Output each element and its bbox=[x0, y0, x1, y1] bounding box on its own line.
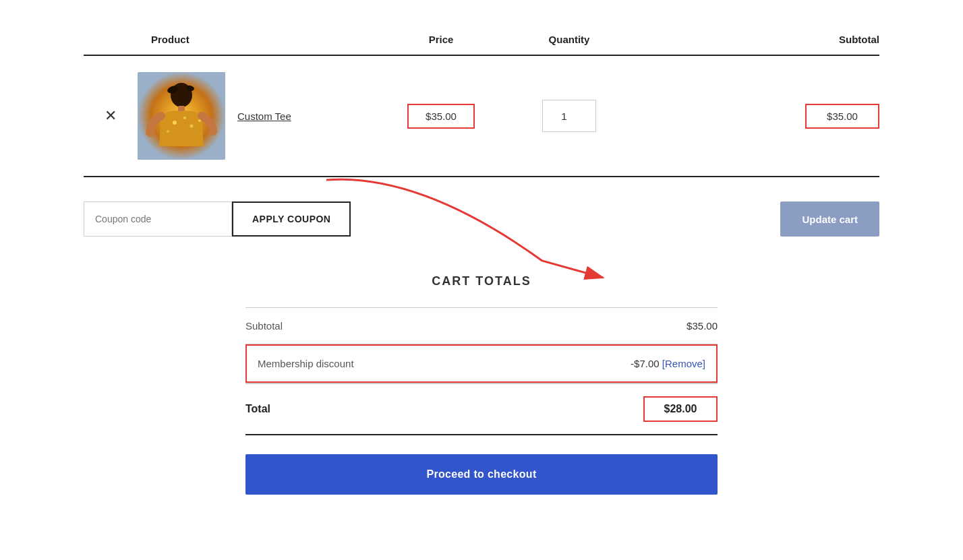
cart-table-header: Product Price Quantity Subtotal bbox=[84, 27, 879, 56]
product-link[interactable]: Custom Tee bbox=[237, 111, 291, 122]
col-subtotal-header: Subtotal bbox=[637, 34, 879, 45]
subtotal-label: Subtotal bbox=[245, 320, 283, 332]
quantity-cell bbox=[502, 100, 637, 132]
coupon-row: Apply coupon Update cart bbox=[84, 177, 879, 261]
col-quantity-header: Quantity bbox=[502, 34, 637, 45]
svg-point-5 bbox=[173, 121, 177, 125]
subtotal-row: Subtotal $35.00 bbox=[245, 307, 718, 344]
cart-totals-section: CART TOTALS Subtotal $35.00 Membership d… bbox=[245, 274, 718, 495]
remove-item-button[interactable]: ✕ bbox=[84, 107, 138, 125]
membership-discount-value: -$7.00 [Remove] bbox=[631, 358, 705, 369]
product-price: $35.00 bbox=[407, 104, 475, 129]
remove-discount-link[interactable]: [Remove] bbox=[662, 358, 705, 369]
cart-totals-title: CART TOTALS bbox=[245, 274, 718, 288]
total-value: $28.00 bbox=[643, 396, 718, 422]
product-image bbox=[138, 72, 225, 160]
coupon-input[interactable] bbox=[84, 201, 232, 237]
product-info: Custom Tee bbox=[138, 72, 380, 160]
svg-point-6 bbox=[183, 117, 186, 119]
quantity-input[interactable] bbox=[542, 100, 596, 132]
col-remove-header bbox=[84, 34, 138, 45]
price-cell: $35.00 bbox=[380, 104, 502, 129]
cart-row: ✕ bbox=[84, 56, 879, 177]
update-cart-button[interactable]: Update cart bbox=[780, 201, 879, 237]
col-price-header: Price bbox=[380, 34, 502, 45]
apply-coupon-button[interactable]: Apply coupon bbox=[232, 201, 351, 237]
svg-point-7 bbox=[190, 125, 194, 128]
svg-point-9 bbox=[198, 119, 201, 122]
proceed-to-checkout-button[interactable]: Proceed to checkout bbox=[245, 454, 718, 495]
total-label: Total bbox=[245, 403, 270, 415]
membership-discount-row: Membership discount -$7.00 [Remove] bbox=[245, 344, 718, 383]
total-row: Total $28.00 bbox=[245, 383, 718, 435]
product-subtotal: $35.00 bbox=[805, 104, 879, 129]
coupon-left: Apply coupon bbox=[84, 201, 351, 237]
subtotal-cell: $35.00 bbox=[637, 104, 879, 129]
svg-point-8 bbox=[167, 130, 169, 133]
subtotal-value: $35.00 bbox=[687, 320, 718, 332]
col-product-header: Product bbox=[138, 34, 380, 45]
membership-discount-label: Membership discount bbox=[258, 358, 354, 369]
